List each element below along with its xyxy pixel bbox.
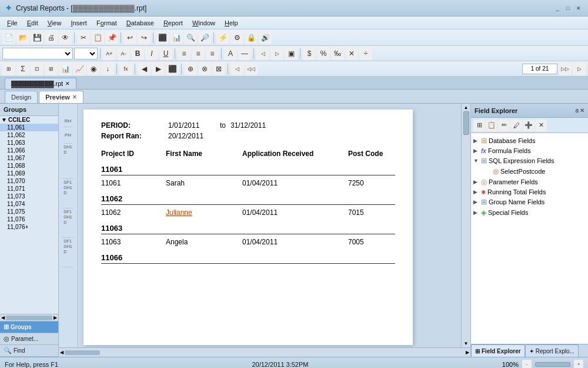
list-item[interactable]: 11,071 — [0, 185, 58, 193]
thousands-button[interactable]: ‰ — [331, 47, 344, 60]
bottom-tab-field-explorer[interactable]: ⊞ Field Explorer — [471, 344, 525, 357]
fe-node-running-total-fields[interactable]: ▶ ✱ Running Total Fields — [473, 187, 586, 197]
list-item[interactable]: 11,061 — [0, 124, 58, 131]
menu-help[interactable]: Help — [220, 18, 243, 28]
nav-prev2-button[interactable]: ◁◁ — [245, 62, 258, 75]
scroll-thumb[interactable] — [6, 316, 52, 320]
zoom-in-button[interactable]: 🔍 — [184, 31, 197, 44]
align-left-button[interactable]: ≡ — [178, 47, 191, 60]
list-item[interactable]: 11,069 — [0, 170, 58, 177]
print-button[interactable]: 🖨 — [45, 31, 58, 44]
open-button[interactable]: 📂 — [16, 31, 29, 44]
menu-edit[interactable]: Edit — [22, 18, 43, 28]
scroll-up-arrow[interactable]: ▲ — [464, 105, 469, 110]
map-button[interactable]: 📈 — [73, 62, 86, 75]
menu-format[interactable]: Format — [92, 18, 122, 28]
zoom-out-button[interactable]: 🔎 — [198, 31, 211, 44]
border2-button[interactable]: ▷ — [270, 47, 283, 60]
scroll-right2-arrow[interactable]: ▶ — [466, 350, 469, 355]
fe-rename-button[interactable]: 🖊 — [510, 120, 522, 131]
list-item[interactable]: 11,063 — [0, 139, 58, 147]
undo-button[interactable]: ↩ — [123, 31, 136, 44]
percent-button[interactable]: % — [317, 47, 330, 60]
chart-button[interactable]: 📊 — [170, 31, 183, 44]
preview-button[interactable]: 👁 — [59, 31, 72, 44]
file-tab[interactable]: ▓▓▓▓▓▓▓▓▓.rpt ✕ — [5, 78, 76, 89]
menu-window[interactable]: Window — [188, 18, 220, 28]
stop-button[interactable]: ◀ — [138, 62, 151, 75]
underline-button[interactable]: U — [159, 47, 172, 60]
fe-expand-icon[interactable]: ▶ — [473, 179, 479, 185]
menu-insert[interactable]: Insert — [66, 18, 92, 28]
block-button[interactable]: ⬛ — [166, 62, 179, 75]
minimize-button[interactable]: _ — [553, 4, 562, 12]
cut-button[interactable]: ✂ — [77, 31, 90, 44]
box-button[interactable]: ▣ — [285, 47, 298, 60]
fe-browse-button[interactable]: ⊞ — [473, 120, 485, 131]
group-header[interactable]: ▼ CCILEC — [0, 116, 58, 124]
list-item[interactable]: 11,066 — [0, 147, 58, 154]
sort-button[interactable]: ⊡ — [31, 62, 44, 75]
lock-button[interactable]: 🔒 — [245, 31, 258, 44]
font-size-select[interactable] — [74, 48, 98, 59]
bold-button[interactable]: B — [131, 47, 144, 60]
save-button[interactable]: 💾 — [31, 31, 44, 44]
file-tab-close[interactable]: ✕ — [65, 81, 70, 87]
menu-database[interactable]: Database — [122, 18, 159, 28]
vert-scroll-thumb[interactable] — [463, 111, 469, 135]
select-button[interactable]: ⊞ — [45, 62, 58, 75]
fe-node-special-fields[interactable]: ▶ ◈ Special Fields — [473, 207, 586, 218]
nav-next2-button[interactable]: ▷ — [573, 62, 586, 75]
menu-view[interactable]: View — [43, 18, 66, 28]
menu-report[interactable]: Report — [159, 18, 188, 28]
fe-expand-icon[interactable]: ▼ — [473, 158, 479, 164]
font-shrink-button[interactable]: A- — [117, 47, 130, 60]
scroll-left2-arrow[interactable]: ◀ — [60, 350, 64, 355]
list-item[interactable]: 11,074 — [0, 200, 58, 208]
dec-decrease-button[interactable]: ÷ — [359, 47, 372, 60]
list-item[interactable]: 11,070 — [0, 177, 58, 185]
scroll-left-arrow[interactable]: ◀ — [1, 315, 5, 320]
fe-node-sql-fields[interactable]: ▼ ⊞ SQL Expression Fields — [473, 155, 586, 166]
horiz-scroll-thumb[interactable] — [65, 350, 100, 355]
new-button[interactable]: 📄 — [2, 31, 15, 44]
format-button[interactable]: ⬛ — [156, 31, 169, 44]
settings-button[interactable]: ⚙ — [230, 31, 243, 44]
horiz-scrollbar[interactable]: ◀ ▶ — [0, 314, 58, 321]
formula-button[interactable]: fx — [119, 62, 132, 75]
filter-button[interactable]: ⊠ — [212, 62, 225, 75]
fe-node-parameter-fields[interactable]: ▶ ◎ Parameter Fields — [473, 177, 586, 187]
font-color-button[interactable]: A — [224, 47, 237, 60]
left-tab-parameters[interactable]: ◎ Paramet... — [0, 333, 58, 345]
left-tab-find[interactable]: 🔍 Find — [0, 345, 58, 357]
fe-expand-icon[interactable]: ▶ — [473, 210, 479, 216]
currency-button[interactable]: $ — [303, 47, 316, 60]
flash-button[interactable]: ⚡ — [216, 31, 229, 44]
sum-button[interactable]: Σ — [16, 62, 29, 75]
fe-expand-icon[interactable]: ▶ — [473, 189, 479, 195]
maximize-button[interactable]: □ — [563, 4, 573, 12]
chart2-button[interactable]: 📊 — [59, 62, 72, 75]
left-tab-groups[interactable]: ⊞ Groups — [0, 321, 58, 333]
list-item[interactable]: 11,062 — [0, 131, 58, 139]
font-name-select[interactable] — [2, 48, 73, 59]
list-item[interactable]: 11,068 — [0, 162, 58, 170]
fe-copy-button[interactable]: ➕ — [523, 120, 534, 131]
list-item[interactable]: 11,076+ — [0, 223, 58, 231]
fe-expand-icon[interactable]: ▶ — [473, 148, 479, 154]
fe-expand-icon[interactable]: ▶ — [473, 199, 479, 205]
align-center-button[interactable]: ≡ — [192, 47, 205, 60]
list-item[interactable]: 11,075 — [0, 208, 58, 216]
report-viewport[interactable]: PERIOD: 1/01/2011 to 31/12/2011 Report R… — [78, 104, 461, 347]
list-item[interactable]: 11,073 — [0, 193, 58, 200]
zoom-out-status-button[interactable]: - — [522, 360, 532, 369]
fe-delete-button[interactable]: ✕ — [535, 120, 547, 131]
fe-node-formula-fields[interactable]: ▶ fx Formula Fields — [473, 146, 586, 155]
sound-button[interactable]: 🔊 — [259, 31, 272, 44]
tab-preview-close[interactable]: ✕ — [72, 94, 77, 100]
vert-scrollbar[interactable]: ▲ ▼ — [461, 104, 470, 347]
fe-close-button[interactable]: ✕ — [580, 107, 584, 114]
nav-prev-button[interactable]: ◁ — [230, 62, 243, 75]
groups-list[interactable]: ▼ CCILEC 11,061 11,062 11,063 11,066 11,… — [0, 116, 58, 314]
cross-tab-button[interactable]: ◉ — [87, 62, 100, 75]
